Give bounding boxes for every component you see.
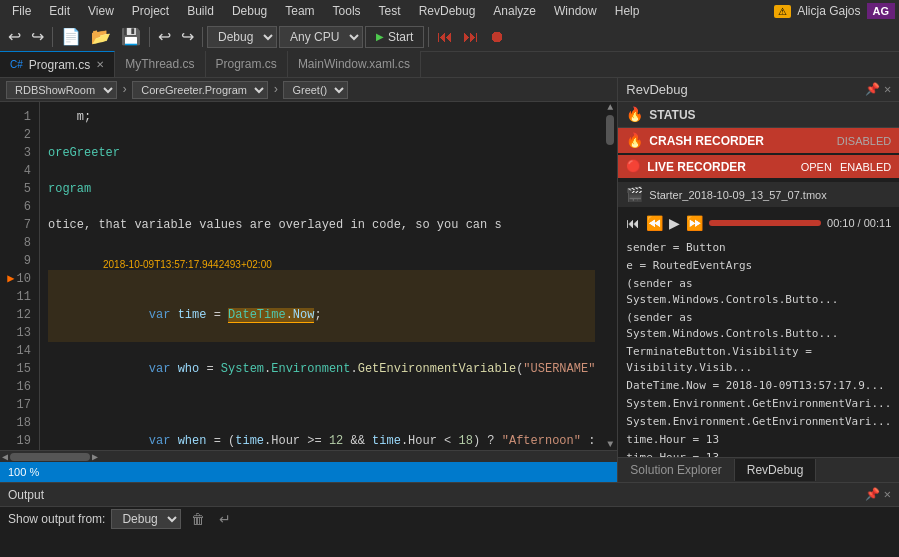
tab-program-cs-active[interactable]: C# Program.cs ✕ <box>0 51 115 77</box>
scroll-up-arrow[interactable]: ▲ <box>607 102 613 113</box>
playback-time: 00:10 / 00:11 <box>827 217 891 229</box>
code-line-7: otice, that variable values are overlaye… <box>48 216 595 234</box>
start-button[interactable]: ▶ Start <box>365 26 424 48</box>
line-num-13: 13 <box>0 324 31 342</box>
pin-output-icon[interactable]: 📌 <box>865 487 880 502</box>
open-button[interactable]: OPEN <box>801 161 832 173</box>
file-icon: 🎬 <box>626 186 643 203</box>
next-frame-btn[interactable]: ⏩ <box>686 215 703 231</box>
tab-program-cs-2[interactable]: Program.cs <box>206 51 288 77</box>
revdebug-back-btn[interactable]: ⏮ <box>433 26 457 48</box>
tab-close-0[interactable]: ✕ <box>96 59 104 70</box>
open-btn[interactable]: 📂 <box>87 25 115 48</box>
user-badge: AG <box>867 3 896 19</box>
hscroll-thumb[interactable] <box>10 453 90 461</box>
line-num-16: 16 <box>0 378 31 396</box>
type-system: System <box>221 362 264 376</box>
menu-build[interactable]: Build <box>179 2 222 20</box>
code-line-10: 2018-10-09T13:57:17.9442493+02:00 var ti… <box>48 270 595 342</box>
breadcrumb: RDBShowRoom › CoreGreeter.Program › Gree… <box>0 78 617 102</box>
playback-progress-bar[interactable] <box>709 220 821 226</box>
log-line-3: (sender as System.Windows.Controls.Butto… <box>626 309 891 343</box>
revdebug-log[interactable]: sender = Button e = RoutedEventArgs (sen… <box>618 235 899 457</box>
close-panel-icon[interactable]: ✕ <box>884 82 891 97</box>
output-panel: Output 📌 ✕ Show output from: Debug 🗑 ↵ <box>0 482 899 532</box>
project-dropdown[interactable]: RDBShowRoom <box>6 81 117 99</box>
undo-btn[interactable]: ↩ <box>154 25 175 48</box>
menu-help[interactable]: Help <box>607 2 648 20</box>
forward-btn[interactable]: ↪ <box>27 25 48 48</box>
new-file-btn[interactable]: 📄 <box>57 25 85 48</box>
tab-label-0: Program.cs <box>29 58 90 72</box>
tab-revdebug[interactable]: RevDebug <box>735 459 817 481</box>
revdebug-record-btn[interactable]: ⏺ <box>485 26 509 48</box>
pin-icon[interactable]: 📌 <box>865 82 880 97</box>
alert-area: ⚠ Alicja Gajos AG <box>774 3 895 19</box>
output-wrap-btn[interactable]: ↵ <box>215 509 235 529</box>
statusbar: 100 % <box>0 462 617 482</box>
menu-tools[interactable]: Tools <box>325 2 369 20</box>
prev-frame-btn[interactable]: ⏪ <box>646 215 663 231</box>
redo-btn[interactable]: ↪ <box>177 25 198 48</box>
var-who: who <box>178 362 200 376</box>
code-line-6 <box>48 198 595 216</box>
crash-recorder-bar: 🔥 CRASH RECORDER DISABLED <box>618 128 899 153</box>
menu-edit[interactable]: Edit <box>41 2 78 20</box>
cpu-config-dropdown[interactable]: Any CPU <box>279 26 363 48</box>
editor-wrapper: RDBShowRoom › CoreGreeter.Program › Gree… <box>0 78 617 482</box>
tab-mainwindow-xaml-cs[interactable]: MainWindow.xaml.cs <box>288 51 421 77</box>
tab-label-2: Program.cs <box>216 57 277 71</box>
method-dropdown[interactable]: Greet() <box>283 81 348 99</box>
str-username: "USERNAME" <box>523 362 595 376</box>
line-num-17: 17 <box>0 396 31 414</box>
horizontal-scrollbar[interactable]: ◀ ▶ <box>0 450 617 462</box>
bottom-tabs: Solution Explorer RevDebug <box>618 457 899 482</box>
class-dropdown[interactable]: CoreGreeter.Program <box>132 81 268 99</box>
tab-label-3: MainWindow.xaml.cs <box>298 57 410 71</box>
line-num-10: 10 <box>17 270 31 288</box>
log-line-2: (sender as System.Windows.Controls.Butto… <box>626 275 891 309</box>
output-source-dropdown[interactable]: Debug <box>111 509 181 529</box>
menu-debug[interactable]: Debug <box>224 2 275 20</box>
scroll-down-arrow[interactable]: ▼ <box>607 439 613 450</box>
menu-revdebug[interactable]: RevDebug <box>411 2 484 20</box>
output-header-controls: 📌 ✕ <box>865 487 891 502</box>
menu-view[interactable]: View <box>80 2 122 20</box>
line-num-4: 4 <box>0 162 31 180</box>
revdebug-fwd-btn[interactable]: ⏭ <box>459 26 483 48</box>
back-btn[interactable]: ↩ <box>4 25 25 48</box>
debug-config-dropdown[interactable]: Debug <box>207 26 277 48</box>
alert-icon: ⚠ <box>774 5 791 18</box>
play-pause-btn[interactable]: ▶ <box>669 215 680 231</box>
menu-file[interactable]: File <box>4 2 39 20</box>
method-getenv: GetEnvironmentVariable <box>358 362 516 376</box>
crash-icon: 🔥 <box>626 132 643 149</box>
scroll-thumb[interactable] <box>606 115 614 145</box>
skip-start-btn[interactable]: ⏮ <box>626 215 640 231</box>
code-line-2 <box>48 126 595 144</box>
menu-analyze[interactable]: Analyze <box>485 2 544 20</box>
hscroll-left[interactable]: ◀ <box>2 451 8 463</box>
output-toolbar: Show output from: Debug 🗑 ↵ <box>0 507 899 531</box>
start-label: Start <box>388 30 413 44</box>
code-content[interactable]: m; oreGreeter rogram otice, that variabl… <box>40 102 603 450</box>
tabbar: C# Program.cs ✕ MyThread.cs Program.cs M… <box>0 52 899 78</box>
toolbar-sep-4 <box>428 27 429 47</box>
menu-window[interactable]: Window <box>546 2 605 20</box>
panel-controls: 📌 ✕ <box>865 82 891 97</box>
breadcrumb-sep-1: › <box>121 83 128 97</box>
code-line-1: m; <box>48 108 595 126</box>
output-clear-btn[interactable]: 🗑 <box>187 509 209 529</box>
line-num-9: 9 <box>0 252 31 270</box>
menu-test[interactable]: Test <box>371 2 409 20</box>
playback-controls: ⏮ ⏪ ▶ ⏩ 00:10 / 00:11 <box>618 211 899 235</box>
line-num-14: 14 <box>0 342 31 360</box>
menu-team[interactable]: Team <box>277 2 322 20</box>
editor-scrollbar[interactable]: ▲ ▼ <box>603 102 617 450</box>
tab-solution-explorer[interactable]: Solution Explorer <box>618 459 734 481</box>
tab-mythread-cs[interactable]: MyThread.cs <box>115 51 205 77</box>
save-btn[interactable]: 💾 <box>117 25 145 48</box>
close-output-icon[interactable]: ✕ <box>884 487 891 502</box>
menu-project[interactable]: Project <box>124 2 177 20</box>
hscroll-right[interactable]: ▶ <box>92 451 98 463</box>
